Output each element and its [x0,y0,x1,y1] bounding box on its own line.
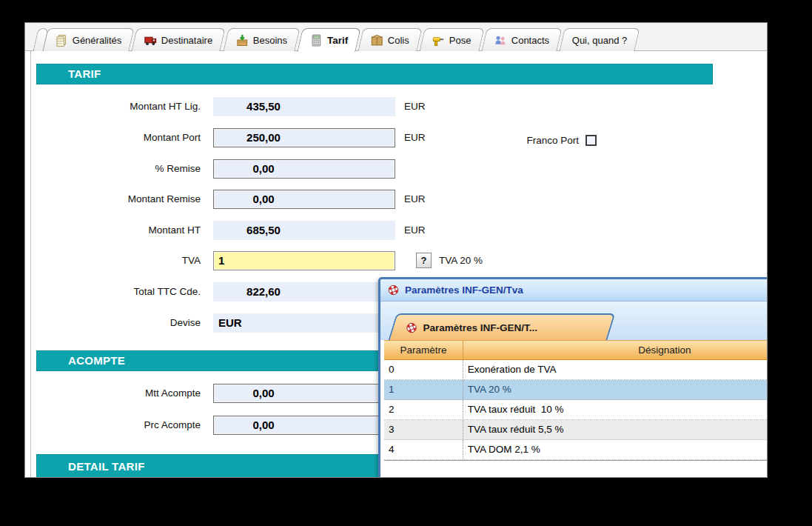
field-label-montant-ht: Montant HT [36,221,208,240]
section-header-tarif: TARIF [36,64,713,84]
field-label-montant-port: Montant Port [36,128,208,147]
cell-param: 0 [384,360,463,379]
contacts-icon [494,34,507,47]
box-down-icon [236,34,249,47]
table-row[interactable]: 3 TVA taux réduit 5,5 % [384,420,768,440]
pct-remise-field[interactable]: 0,00 [213,159,395,179]
tva-code-input[interactable]: 1 [213,251,395,270]
prc-acompte-field[interactable]: 0,00 [213,416,395,435]
tab-besoins[interactable]: Besoins [223,28,300,51]
field-label-montant-remise: Montant Remise [36,190,208,209]
tab-contacts[interactable]: Contacts [481,28,562,51]
cell-param: 2 [384,400,463,419]
montant-ht-field: 685,50 [213,221,395,240]
montant-ht-lig-field: 435,50 [213,97,395,116]
truck-icon [144,34,157,47]
cell-designation: TVA 20 % [463,380,768,399]
tab-label: Destinataire [161,35,212,46]
column-header-parametre[interactable]: Paramètre [384,341,463,359]
unit-label: EUR [404,190,426,209]
popup-tab-strip: Paramètres INF-GEN/T... [380,302,768,340]
unit-label: EUR [404,128,426,147]
tab-label: Qui, quand ? [572,35,627,46]
table-row[interactable]: 0 Exonération de TVA [384,360,768,380]
popup-tab-parametres[interactable]: Paramètres INF-GEN/T... [388,313,615,340]
montant-port-field[interactable]: 250,00 [213,128,395,147]
tab-colis[interactable]: Colis [358,28,423,51]
field-label-total-ttc: Total TTC Cde. [36,282,208,302]
cell-designation: TVA DOM 2,1 % [463,440,768,459]
lifebuoy-icon [406,322,418,334]
unit-label: EUR [404,97,426,116]
table-row[interactable]: 4 TVA DOM 2,1 % [384,440,768,460]
tva-rate-text: TVA 20 % [439,251,483,270]
total-ttc-field: 822,60 [213,282,395,302]
tab-label: Généralités [73,35,121,46]
notes-icon [56,34,68,47]
tab-generalites[interactable]: Généralités [42,28,135,51]
tva-help-button[interactable]: ? [416,253,432,268]
field-label-mtt-acompte: Mtt Acompte [36,384,208,403]
tab-pose[interactable]: Pose [420,28,485,51]
cell-param: 3 [384,420,463,439]
tab-label: Besoins [253,35,287,46]
tva-table: Paramètre Désignation 0 Exonération de T… [384,340,768,461]
tab-bar: Généralités Destinataire Besoins Tarif [36,28,638,51]
field-label-prc-acompte: Prc Acompte [36,416,208,435]
cell-designation: Exonération de TVA [463,360,768,379]
field-label-montant-ht-lig: Montant HT Lig. [36,97,208,116]
drill-icon [432,34,445,47]
calculator-icon [310,34,323,47]
column-header-designation[interactable]: Désignation [463,341,768,359]
page-left-border [30,51,31,478]
tab-label: Pose [449,35,472,46]
mtt-acompte-field[interactable]: 0,00 [213,384,395,403]
package-icon [371,34,383,47]
franco-port-label: Franco Port [477,131,579,150]
screenshot-stage: Généralités Destinataire Besoins Tarif [0,0,812,526]
cell-designation: TVA taux réduit 10 % [463,400,768,419]
tab-tarif[interactable]: Tarif [297,28,361,52]
montant-remise-field[interactable]: 0,00 [213,190,395,209]
cell-designation: TVA taux réduit 5,5 % [463,420,768,439]
field-label-pct-remise: % Remise [36,159,208,179]
table-row[interactable]: 2 TVA taux réduit 10 % [384,400,768,420]
tab-destinataire[interactable]: Destinataire [132,28,227,51]
tva-table-header: Paramètre Désignation [384,340,768,360]
section-title: ACOMPTE [68,354,125,367]
franco-port-checkbox[interactable] [585,135,597,146]
cell-param: 4 [384,440,463,459]
tab-qui-quand[interactable]: Qui, quand ? [560,28,641,51]
section-title: TARIF [68,67,101,80]
table-bottom-line [384,460,768,461]
section-title: DETAIL TARIF [68,460,145,473]
field-label-devise: Devise [36,313,208,333]
cell-param: 1 [384,380,463,399]
popup-title-bar[interactable]: Paramètres INF-GEN/Tva [380,279,768,302]
app-window: Généralités Destinataire Besoins Tarif [24,22,768,478]
tab-label: Tarif [327,35,348,46]
popup-tab-label: Paramètres INF-GEN/T... [423,322,538,333]
field-label-tva: TVA [36,251,208,270]
tab-label: Contacts [511,35,549,46]
devise-field: EUR [213,313,395,333]
popup-parametres-tva: Paramètres INF-GEN/Tva Paramètres INF-GE… [378,277,768,478]
lifebuoy-icon [387,284,400,296]
table-row-selected[interactable]: 1 TVA 20 % [384,380,768,400]
unit-label: EUR [404,221,426,240]
tab-label: Colis [388,35,409,46]
popup-title: Paramètres INF-GEN/Tva [405,284,523,296]
